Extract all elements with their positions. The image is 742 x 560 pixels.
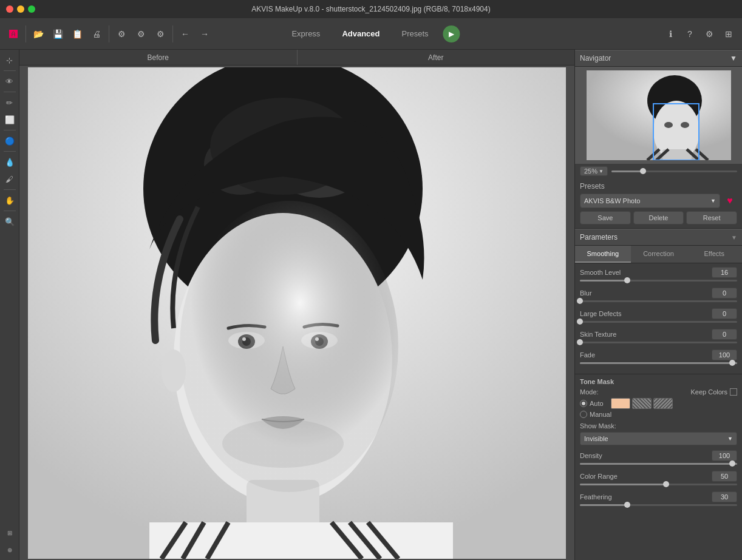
hand-tool[interactable]: ✋ [2, 192, 18, 208]
large-defects-thumb[interactable] [577, 319, 583, 325]
dropper-tool[interactable]: 💧 [2, 154, 18, 170]
grid-toggle[interactable]: ⊞ [2, 525, 18, 541]
manual-radio[interactable] [580, 411, 587, 418]
color-range-thumb[interactable] [663, 481, 669, 487]
stamp-tool[interactable]: 🔵 [2, 133, 18, 149]
color-range-slider[interactable] [580, 484, 737, 485]
large-defects-value[interactable]: 0 [712, 308, 737, 319]
eye-tool[interactable]: 👁 [2, 73, 18, 89]
feathering-label-row: Feathering 30 [580, 491, 737, 502]
feathering-value[interactable]: 30 [712, 491, 737, 502]
save-button[interactable]: 💾 [49, 25, 66, 42]
check-swatch1[interactable] [632, 398, 652, 409]
color-range-value[interactable]: 50 [712, 471, 737, 482]
select-tool[interactable]: ⊹ [2, 52, 18, 68]
blur-thumb[interactable] [577, 298, 583, 304]
open-file-button[interactable]: 📂 [30, 25, 47, 42]
fade-slider[interactable] [580, 362, 737, 364]
tab-advanced[interactable]: Advanced [332, 25, 389, 42]
density-fill [580, 463, 737, 465]
density-slider[interactable] [580, 463, 737, 465]
save-preset-button[interactable]: Save [580, 211, 631, 224]
favorite-button[interactable]: ♥ [723, 194, 737, 208]
navigator-header[interactable]: Navigator ▼ [575, 50, 742, 67]
plugins-button[interactable]: ⚙ [152, 25, 169, 42]
zoom-dropdown-arrow: ▼ [599, 169, 604, 174]
large-defects-label-row: Large Defects 0 [580, 308, 737, 319]
canvas-image[interactable] [19, 66, 574, 560]
back-button[interactable]: ← [177, 25, 194, 42]
feathering-thumb[interactable] [624, 502, 630, 508]
sep5 [4, 189, 16, 190]
blur-value[interactable]: 0 [712, 288, 737, 299]
feathering-slider[interactable] [580, 504, 737, 506]
traffic-lights [6, 5, 35, 13]
smooth-level-thumb[interactable] [624, 277, 630, 283]
eraser-tool[interactable]: ⬜ [2, 112, 18, 127]
smooth-level-label: Smooth Level [580, 269, 621, 276]
parameters-header[interactable]: Parameters ▼ [575, 229, 742, 246]
parameters-arrow: ▼ [731, 234, 737, 241]
titlebar: AKVIS MakeUp v.8.0 - shutterstock_212450… [0, 0, 742, 18]
blur-row: Blur 0 [580, 288, 737, 302]
density-value[interactable]: 100 [712, 450, 737, 461]
skin-swatch[interactable] [611, 398, 630, 409]
auto-label: Auto [590, 400, 604, 407]
tab-effects[interactable]: Effects [686, 246, 742, 263]
smoothing-params: Smooth Level 16 Blur 0 [575, 263, 742, 374]
large-defects-slider[interactable] [580, 321, 737, 323]
tab-express[interactable]: Express [282, 25, 330, 42]
minimize-button[interactable] [17, 5, 24, 13]
tab-correction[interactable]: Correction [631, 246, 687, 263]
reset-preset-button[interactable]: Reset [686, 211, 737, 224]
skin-texture-value[interactable]: 0 [712, 329, 737, 340]
delete-preset-button[interactable]: Delete [633, 211, 684, 224]
blur-slider[interactable] [580, 300, 737, 302]
maximize-button[interactable] [28, 5, 35, 13]
preset-actions: Save Delete Reset [580, 211, 737, 224]
svg-point-32 [681, 122, 689, 128]
zoom-slider-thumb[interactable] [640, 168, 646, 174]
fade-fill [580, 362, 737, 364]
tab-presets[interactable]: Presets [392, 25, 438, 42]
save-as-button[interactable]: 📋 [69, 25, 86, 42]
brush-tool[interactable]: ✏ [2, 95, 18, 110]
navigator-title: Navigator [580, 54, 611, 62]
keep-colors-checkbox[interactable] [730, 388, 737, 396]
density-row: Density 100 [580, 450, 737, 465]
play-button[interactable]: ▶ [443, 25, 460, 42]
settings2-button[interactable]: ⚙ [132, 25, 149, 42]
fade-thumb[interactable] [729, 360, 735, 366]
auto-radio[interactable] [580, 400, 587, 407]
color-range-row: Color Range 50 [580, 471, 737, 485]
density-label-row: Density 100 [580, 450, 737, 461]
show-mask-dropdown[interactable]: Invisible ▼ [580, 432, 737, 445]
fade-value[interactable]: 100 [712, 349, 737, 360]
preset-dropdown[interactable]: AKVIS B&W Photo ▼ [580, 194, 720, 208]
zoom-display[interactable]: 25% ▼ [580, 166, 608, 176]
batch-button[interactable]: ⚙ [113, 25, 130, 42]
check-swatch2[interactable] [653, 398, 673, 409]
paint-tool[interactable]: 🖌 [2, 171, 18, 187]
large-defects-label: Large Defects [580, 310, 621, 317]
tab-smoothing[interactable]: Smoothing [575, 246, 631, 263]
prefs-button[interactable]: ⚙ [701, 25, 718, 42]
info-button[interactable]: ℹ [662, 25, 679, 42]
skin-texture-slider[interactable] [580, 342, 737, 343]
zoom-slider[interactable] [611, 170, 737, 172]
density-thumb[interactable] [729, 460, 735, 467]
keep-colors-label: Keep Colors [690, 388, 727, 396]
print-button[interactable]: 🖨 [88, 25, 105, 42]
smooth-level-value[interactable]: 16 [712, 267, 737, 278]
color-range-label: Color Range [580, 473, 618, 480]
plugin-button[interactable]: ⊞ [720, 25, 737, 42]
close-button[interactable] [6, 5, 13, 13]
forward-button[interactable]: → [196, 25, 213, 42]
layers-toggle[interactable]: ⊕ [2, 542, 18, 558]
zoom-tool[interactable]: 🔍 [2, 214, 18, 229]
smooth-level-slider[interactable] [580, 280, 737, 282]
sep3 [4, 130, 16, 130]
fade-label: Fade [580, 351, 595, 359]
help-button[interactable]: ? [681, 25, 698, 42]
skin-texture-thumb[interactable] [577, 339, 583, 345]
